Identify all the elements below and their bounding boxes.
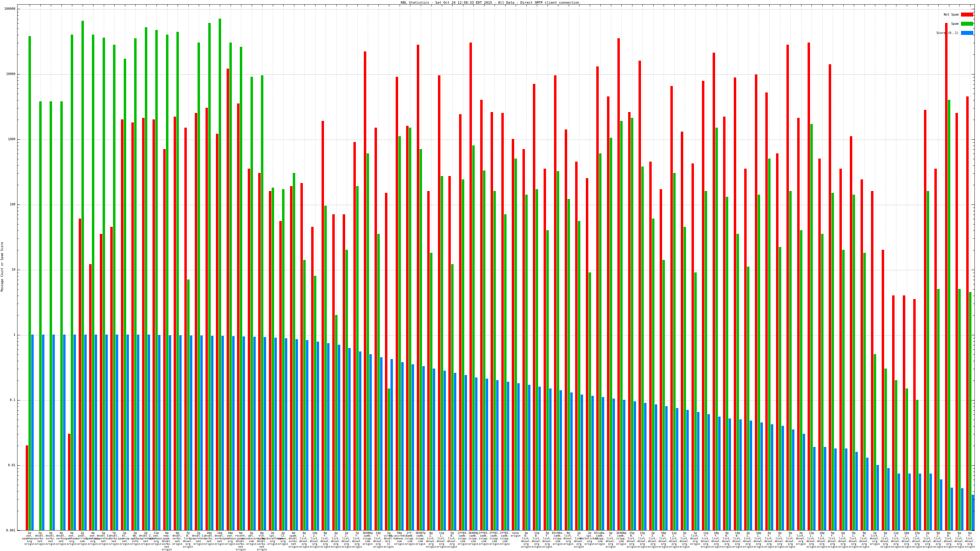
bar-spam: [240, 47, 242, 530]
bar-score: [760, 422, 763, 530]
bar-score: [834, 448, 837, 530]
y-axis-label: Message Count or Spam Score: [0, 227, 4, 307]
bar-not-spam: [617, 38, 620, 530]
x-tick-top: [653, 5, 654, 6]
bar-score: [538, 387, 541, 530]
bar-score: [348, 348, 351, 530]
bar-score: [264, 337, 266, 530]
bar-score: [306, 340, 309, 530]
x-tick-top: [463, 5, 463, 6]
bar-score: [126, 335, 129, 530]
y-minor-tick-left: [17, 369, 19, 369]
bar-spam: [715, 128, 718, 530]
bar-not-spam: [110, 227, 113, 530]
y-minor-tick-right: [973, 403, 975, 403]
bar-not-spam: [26, 445, 28, 530]
y-minor-tick-right: [973, 230, 975, 231]
bar-not-spam: [913, 299, 916, 530]
x-tick-top: [252, 5, 252, 6]
y-minor-tick-left: [17, 165, 19, 166]
bar-spam: [810, 124, 813, 530]
y-minor-tick-right: [973, 446, 975, 446]
y-minor-tick-right: [973, 354, 975, 355]
bar-not-spam: [501, 113, 504, 530]
bar-not-spam: [375, 128, 377, 530]
x-tick-top: [558, 5, 558, 6]
bar-score: [771, 424, 773, 530]
x-tick-top: [326, 5, 326, 6]
bar-score: [792, 429, 794, 530]
bar-spam: [885, 368, 887, 530]
y-minor-tick-right: [973, 120, 975, 120]
bar-score: [63, 335, 65, 530]
x-tick-top: [156, 5, 157, 6]
bar-score: [549, 389, 552, 530]
x-tick-top: [621, 5, 622, 6]
x-tick-top: [72, 5, 72, 6]
y-minor-tick-left: [17, 238, 19, 239]
x-tick-top: [220, 5, 220, 6]
x-tick-top: [685, 5, 685, 6]
bar-not-spam: [956, 113, 958, 530]
bar-spam: [219, 19, 221, 530]
y-minor-tick-right: [973, 361, 975, 361]
bar-spam: [937, 289, 940, 530]
x-tick-top: [886, 5, 886, 6]
bar-spam: [662, 260, 665, 530]
bar-score: [42, 335, 45, 530]
bar-score: [866, 457, 869, 530]
y-minor-tick-right: [973, 338, 975, 338]
bar-spam: [166, 35, 169, 530]
x-tick-top: [791, 5, 791, 6]
bar-score: [243, 337, 245, 530]
bar-not-spam: [522, 149, 525, 530]
bar-not-spam: [353, 142, 356, 530]
bar-not-spam: [269, 191, 271, 530]
y-minor-tick-left: [17, 485, 19, 485]
y-major-tick-right: [972, 9, 975, 9]
y-minor-tick-left: [17, 84, 19, 84]
bar-not-spam: [79, 219, 81, 530]
bar-spam: [197, 43, 200, 530]
bar-score: [253, 337, 256, 530]
bar-not-spam: [744, 169, 747, 530]
bar-not-spam: [512, 139, 514, 530]
y-minor-tick-left: [17, 284, 19, 284]
bar-spam: [430, 253, 433, 530]
y-major-tick-right: [972, 530, 975, 531]
y-minor-tick-right: [973, 77, 975, 78]
bar-score: [52, 335, 55, 530]
group-label: 6@ Y. list. dnswl. org origin: [959, 532, 980, 548]
x-tick-top: [843, 5, 844, 6]
bar-spam: [673, 173, 676, 530]
x-tick-top: [896, 5, 896, 6]
bar-not-spam: [734, 78, 736, 530]
y-tick-label: 1000: [0, 138, 15, 141]
y-minor-tick-left: [17, 81, 19, 81]
bar-spam: [779, 247, 781, 530]
bar-not-spam: [142, 118, 145, 530]
bar-score: [517, 383, 520, 530]
y-tick-label: 0.01: [0, 464, 15, 467]
bar-not-spam: [966, 97, 969, 530]
bar-not-spam: [850, 136, 852, 530]
x-tick-top: [643, 5, 643, 6]
y-minor-tick-left: [17, 120, 19, 120]
bar-spam: [620, 121, 623, 530]
bar-not-spam: [480, 100, 483, 530]
y-minor-tick-right: [973, 315, 975, 316]
x-tick-top: [104, 5, 104, 6]
bar-spam: [145, 27, 147, 530]
y-major-tick-left: [17, 205, 20, 205]
bar-spam: [874, 354, 876, 530]
y-tick-label: 10: [0, 268, 15, 271]
y-minor-tick-left: [17, 146, 19, 146]
y-minor-tick-right: [973, 165, 975, 166]
bar-score: [380, 357, 382, 530]
x-tick-top: [759, 5, 759, 6]
bar-spam: [832, 193, 834, 530]
y-minor-tick-left: [17, 403, 19, 403]
bar-score: [232, 336, 235, 530]
y-minor-tick-left: [17, 15, 19, 16]
x-tick-top: [537, 5, 537, 6]
